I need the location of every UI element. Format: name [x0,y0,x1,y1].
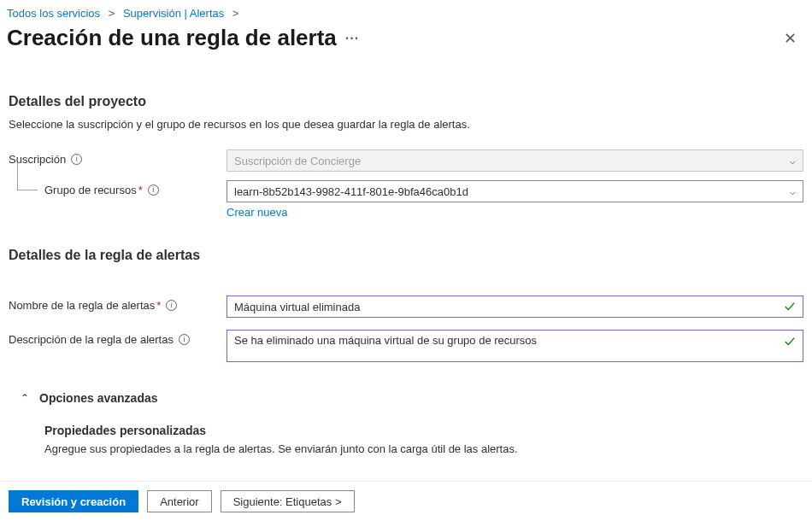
label-rule-name-text: Nombre de la regla de alertas [9,299,155,312]
info-icon[interactable]: i [71,154,82,165]
wizard-footer: Revisión y creación Anterior Siguiente: … [0,481,812,521]
page-title-text: Creación de una regla de alerta [7,25,337,51]
custom-properties-desc: Agregue sus propiedades a la regla de al… [44,442,803,455]
subscription-value: Suscripción de Concierge [234,155,361,167]
info-icon[interactable]: i [179,334,190,345]
info-icon[interactable]: i [148,184,159,196]
subscription-select: Suscripción de Concierge ⌵ [227,149,803,172]
page-header: Creación de una regla de alerta ··· ✕ [0,23,812,60]
row-rule-name: Nombre de la regla de alertas * i Máquin… [9,296,803,318]
row-rule-description: Descripción de la regla de alertas i Se … [9,330,803,362]
breadcrumb-separator: > [227,7,244,20]
label-rule-description-text: Descripción de la regla de alertas [9,333,174,346]
breadcrumb-all-services[interactable]: Todos los servicios [7,7,100,20]
previous-button[interactable]: Anterior [147,490,212,512]
chevron-down-icon: ⌵ [790,155,796,167]
rule-description-value: Se ha eliminado una máquina virtual de s… [234,334,784,347]
review-create-button[interactable]: Revisión y creación [9,490,138,512]
section-heading-rule: Detalles de la regla de alertas [9,248,803,263]
check-icon [784,336,796,348]
label-subscription: Suscripción i [9,149,227,166]
row-subscription: Suscripción i Suscripción de Concierge ⌵ [9,149,803,172]
more-icon[interactable]: ··· [345,31,359,46]
breadcrumb-separator: > [103,7,121,20]
advanced-options-toggle[interactable]: ⌃ Opciones avanzadas [9,391,803,405]
close-button[interactable]: ✕ [780,27,800,50]
breadcrumb: Todos los servicios > Supervisión | Aler… [0,0,812,23]
check-icon [784,301,796,313]
label-rule-description: Descripción de la regla de alertas i [9,330,227,346]
chevron-down-icon: ⌵ [790,186,796,197]
breadcrumb-monitoring-alerts[interactable]: Supervisión | Alertas [123,7,224,20]
section-desc-project: Seleccione la suscripción y el grupo de … [9,118,803,131]
chevron-up-icon: ⌃ [21,392,29,404]
label-rule-name: Nombre de la regla de alertas * i [9,296,227,312]
resource-group-select[interactable]: learn-8b52b143-9982-411f-801e-9bfa46ca0b… [227,180,803,202]
page-title: Creación de una regla de alerta ··· [7,25,359,51]
info-icon[interactable]: i [166,300,177,311]
rule-description-input[interactable]: Se ha eliminado una máquina virtual de s… [227,330,803,362]
custom-properties-heading: Propiedades personalizadas [44,424,803,437]
rule-name-value: Máquina virtual eliminada [234,301,784,313]
advanced-options-label: Opciones avanzadas [39,391,158,405]
resource-group-value: learn-8b52b143-9982-411f-801e-9bfa46ca0b… [234,185,468,198]
required-indicator: * [156,299,161,312]
label-resource-group: Grupo de recursos * i [9,180,227,196]
row-resource-group: Grupo de recursos * i learn-8b52b143-998… [9,180,803,219]
required-indicator: * [138,184,143,196]
next-tags-button[interactable]: Siguiente: Etiquetas > [221,490,355,512]
label-resource-group-text: Grupo de recursos [44,184,137,196]
indent-bracket-icon [17,163,38,190]
close-icon: ✕ [784,30,797,47]
section-heading-project: Detalles del proyecto [9,94,803,109]
create-new-link[interactable]: Crear nueva [227,206,288,219]
rule-name-input[interactable]: Máquina virtual eliminada [227,296,803,318]
